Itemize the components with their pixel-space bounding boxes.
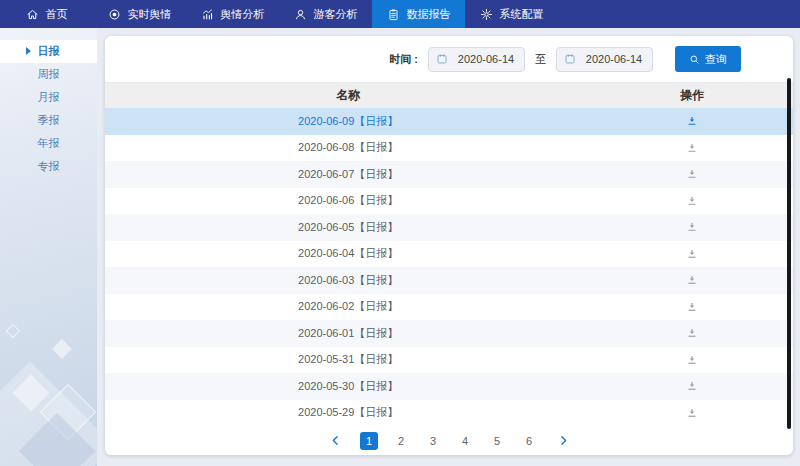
download-icon[interactable] (686, 327, 698, 339)
filter-bar: 时间 : 2020-06-14 至 2020-06-14 查询 (105, 36, 793, 82)
table-scrollbar[interactable] (787, 78, 791, 429)
page-number[interactable]: 6 (520, 432, 538, 450)
nav-item-label: 游客分析 (314, 7, 358, 22)
report-name[interactable]: 2020-05-31【日报】 (105, 347, 591, 374)
download-icon[interactable] (686, 195, 698, 207)
report-name[interactable]: 2020-06-05【日报】 (105, 214, 591, 241)
sidebar-item[interactable]: 年报 (0, 132, 97, 155)
nav-item[interactable]: 数据报告 (372, 0, 465, 28)
table-row[interactable]: 2020-06-03【日报】 (105, 267, 793, 294)
table-row[interactable]: 2020-06-01【日报】 (105, 320, 793, 347)
calendar-icon (564, 53, 576, 65)
operation-cell (591, 373, 793, 400)
report-card: 时间 : 2020-06-14 至 2020-06-14 查询 名称 操作 (105, 36, 793, 455)
download-icon[interactable] (686, 168, 698, 180)
table-row[interactable]: 2020-06-05【日报】 (105, 214, 793, 241)
search-button-label: 查询 (705, 52, 727, 67)
chevron-left-icon (329, 434, 342, 447)
sidebar-decoration (19, 413, 95, 466)
download-icon[interactable] (686, 248, 698, 260)
report-name[interactable]: 2020-06-08【日报】 (105, 135, 591, 162)
download-icon[interactable] (686, 274, 698, 286)
sidebar-decoration (40, 384, 97, 441)
operation-cell (591, 135, 793, 162)
page-number[interactable]: 3 (424, 432, 442, 450)
operation-cell (591, 188, 793, 215)
operation-cell (591, 161, 793, 188)
report-name[interactable]: 2020-06-01【日报】 (105, 320, 591, 347)
gear-icon (480, 8, 493, 21)
prev-page-button[interactable] (324, 430, 346, 452)
sidebar-item-label: 专报 (38, 159, 60, 174)
active-pointer-icon (26, 47, 31, 55)
user-icon (294, 8, 307, 21)
sidebar-item[interactable]: 季报 (0, 109, 97, 132)
report-name[interactable]: 2020-06-06【日报】 (105, 188, 591, 215)
sidebar-item-label: 周报 (38, 67, 60, 82)
sidebar-item[interactable]: 月报 (0, 86, 97, 109)
download-icon[interactable] (686, 221, 698, 233)
table-row[interactable]: 2020-06-06【日报】 (105, 188, 793, 215)
table-row[interactable]: 2020-06-04【日报】 (105, 241, 793, 268)
report-name[interactable]: 2020-05-29【日报】 (105, 400, 591, 427)
sidebar-decoration (6, 324, 20, 338)
download-icon[interactable] (686, 115, 698, 127)
operation-cell (591, 267, 793, 294)
nav-item[interactable]: 实时舆情 (93, 0, 186, 28)
nav-item[interactable]: 系统配置 (465, 0, 558, 28)
sidebar-item-label: 季报 (38, 113, 60, 128)
operation-cell (591, 347, 793, 374)
sidebar: 日报 周报 月报 季报 年报 专报 (0, 28, 97, 466)
home-icon (26, 8, 39, 21)
report-name[interactable]: 2020-06-02【日报】 (105, 294, 591, 321)
search-button[interactable]: 查询 (675, 46, 741, 72)
column-header-operation: 操作 (591, 83, 793, 108)
date-from-value: 2020-06-14 (455, 53, 517, 65)
page-list: 123456 (360, 432, 538, 450)
nav-item-label: 舆情分析 (221, 7, 265, 22)
report-name[interactable]: 2020-06-07【日报】 (105, 161, 591, 188)
table-row[interactable]: 2020-05-31【日报】 (105, 347, 793, 374)
operation-cell (591, 294, 793, 321)
next-page-button[interactable] (552, 430, 574, 452)
table-row[interactable]: 2020-06-07【日报】 (105, 161, 793, 188)
download-icon[interactable] (686, 142, 698, 154)
table-row[interactable]: 2020-05-30【日报】 (105, 373, 793, 400)
report-name[interactable]: 2020-06-03【日报】 (105, 267, 591, 294)
page-number[interactable]: 4 (456, 432, 474, 450)
sidebar-menu: 日报 周报 月报 季报 年报 专报 (0, 28, 97, 178)
nav-item[interactable]: 舆情分析 (186, 0, 279, 28)
download-icon[interactable] (686, 407, 698, 419)
table-row[interactable]: 2020-06-02【日报】 (105, 294, 793, 321)
sidebar-item-label: 日报 (38, 44, 60, 59)
nav-item-label: 首页 (46, 7, 68, 22)
report-name[interactable]: 2020-06-04【日报】 (105, 241, 591, 268)
report-name[interactable]: 2020-06-09【日报】 (105, 108, 591, 135)
download-icon[interactable] (686, 380, 698, 392)
chart-icon (201, 8, 214, 21)
date-from-input[interactable]: 2020-06-14 (428, 47, 525, 72)
page-number[interactable]: 5 (488, 432, 506, 450)
nav-item-label: 系统配置 (500, 7, 544, 22)
report-name[interactable]: 2020-05-30【日报】 (105, 373, 591, 400)
sidebar-item[interactable]: 专报 (0, 155, 97, 178)
nav-item[interactable]: 首页 (0, 0, 93, 28)
download-icon[interactable] (686, 301, 698, 313)
page-body: 日报 周报 月报 季报 年报 专报 (0, 28, 800, 466)
date-to-input[interactable]: 2020-06-14 (556, 47, 653, 72)
pagination: 123456 (105, 426, 793, 455)
column-header-name: 名称 (105, 83, 591, 108)
sidebar-decoration (13, 375, 50, 412)
table-row[interactable]: 2020-06-08【日报】 (105, 135, 793, 162)
sidebar-item[interactable]: 周报 (0, 63, 97, 86)
operation-cell (591, 320, 793, 347)
sidebar-item[interactable]: 日报 (0, 40, 97, 63)
page-number[interactable]: 1 (360, 432, 378, 450)
nav-item[interactable]: 游客分析 (279, 0, 372, 28)
time-filter-label: 时间 : (389, 52, 418, 67)
table-row[interactable]: 2020-06-09【日报】 (105, 108, 793, 135)
page-number[interactable]: 2 (392, 432, 410, 450)
download-icon[interactable] (686, 354, 698, 366)
table-row[interactable]: 2020-05-29【日报】 (105, 400, 793, 427)
operation-cell (591, 400, 793, 427)
